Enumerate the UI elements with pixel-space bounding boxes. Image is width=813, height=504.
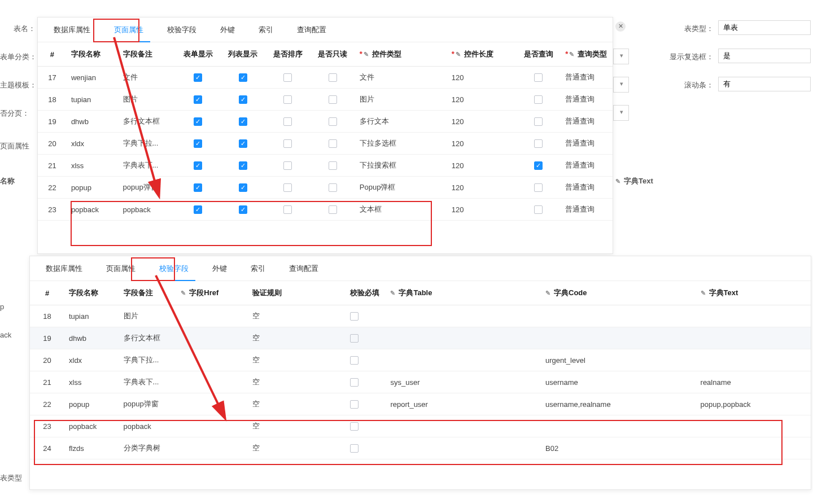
table-row[interactable]: 18tupian图片图片120普通查询	[38, 89, 613, 111]
tab2-index[interactable]: 索引	[244, 256, 272, 281]
cell-dict-table[interactable]	[386, 415, 541, 437]
checkbox-form-show[interactable]	[194, 205, 202, 214]
input-scrollbar[interactable]	[718, 77, 811, 91]
table-row[interactable]: 17wenjian文件文件120普通查询	[38, 67, 613, 89]
checkbox-sortable[interactable]	[283, 183, 292, 192]
cell-vrule[interactable]: 空	[248, 371, 346, 393]
tab2-query-config[interactable]: 查询配置	[282, 256, 325, 281]
table-row[interactable]: 19dhwb多行文本框多行文本120普通查询	[38, 111, 613, 133]
cell-vrule[interactable]: 空	[248, 327, 346, 349]
checkbox-required[interactable]	[350, 378, 359, 387]
checkbox-readonly[interactable]	[329, 95, 337, 104]
cell-query-type[interactable]: 普通查询	[561, 155, 613, 177]
checkbox-is-query[interactable]	[534, 73, 543, 82]
table-row[interactable]: 24flzds分类字典树空B02	[30, 437, 811, 459]
tab-fk[interactable]: 外键	[213, 17, 242, 42]
tab-validate[interactable]: 校验字段	[160, 17, 203, 42]
tab2-fk[interactable]: 外键	[206, 256, 234, 281]
cell-vrule[interactable]: 空	[248, 415, 346, 437]
cell-ctrl-type[interactable]: 下拉多选框	[355, 133, 447, 155]
checkbox-sortable[interactable]	[283, 161, 292, 170]
checkbox-is-query[interactable]	[534, 161, 543, 170]
cell-dict-text[interactable]	[696, 349, 811, 371]
close-icon[interactable]: ✕	[615, 21, 626, 32]
tab-index[interactable]: 索引	[252, 17, 280, 42]
checkbox-readonly[interactable]	[329, 183, 337, 192]
checkbox-list-show[interactable]	[239, 95, 247, 104]
checkbox-sortable[interactable]	[283, 205, 292, 214]
table-row[interactable]: 22popuppopup弹窗空report_userusername,realn…	[30, 393, 811, 415]
cell-ctrl-type[interactable]: 下拉搜索框	[355, 155, 447, 177]
checkbox-required[interactable]	[350, 422, 359, 431]
cell-href[interactable]	[176, 305, 248, 327]
checkbox-list-show[interactable]	[239, 161, 247, 170]
checkbox-required[interactable]	[350, 334, 359, 343]
checkbox-readonly[interactable]	[329, 161, 337, 170]
cell-ctrl-len[interactable]: 120	[447, 111, 516, 133]
table-row[interactable]: 23popbackpopback文本框120普通查询	[38, 199, 613, 221]
cell-ctrl-len[interactable]: 120	[447, 155, 516, 177]
select-form-category-edge[interactable]	[613, 49, 629, 64]
checkbox-readonly[interactable]	[329, 139, 337, 148]
cell-query-type[interactable]: 普通查询	[561, 111, 613, 133]
checkbox-readonly[interactable]	[329, 205, 337, 214]
checkbox-form-show[interactable]	[194, 139, 202, 148]
checkbox-is-query[interactable]	[534, 117, 543, 126]
checkbox-form-show[interactable]	[194, 183, 202, 192]
cell-dict-code[interactable]: username,realname	[541, 393, 696, 415]
cell-dict-text[interactable]: popup,popback	[696, 393, 811, 415]
cell-dict-text[interactable]: realname	[696, 371, 811, 393]
checkbox-form-show[interactable]	[194, 117, 202, 126]
cell-href[interactable]	[176, 437, 248, 459]
checkbox-is-query[interactable]	[534, 183, 543, 192]
checkbox-readonly[interactable]	[329, 73, 337, 82]
cell-query-type[interactable]: 普通查询	[561, 133, 613, 155]
cell-dict-text[interactable]	[696, 305, 811, 327]
cell-vrule[interactable]: 空	[248, 393, 346, 415]
table-row[interactable]: 23popbackpopback空	[30, 415, 811, 437]
checkbox-is-query[interactable]	[534, 139, 543, 148]
cell-vrule[interactable]: 空	[248, 437, 346, 459]
checkbox-is-query[interactable]	[534, 205, 543, 214]
table-row[interactable]: 19dhwb多行文本框空	[30, 327, 811, 349]
checkbox-form-show[interactable]	[194, 95, 202, 104]
cell-href[interactable]	[176, 371, 248, 393]
checkbox-sortable[interactable]	[283, 139, 292, 148]
cell-vrule[interactable]: 空	[248, 349, 346, 371]
cell-href[interactable]	[176, 327, 248, 349]
checkbox-sortable[interactable]	[283, 73, 292, 82]
input-table-type[interactable]	[718, 20, 811, 35]
checkbox-required[interactable]	[350, 400, 359, 409]
table-row[interactable]: 21xlss字典表下...空sys_userusernamerealname	[30, 371, 811, 393]
cell-ctrl-type[interactable]: 图片	[355, 89, 447, 111]
cell-ctrl-len[interactable]: 120	[447, 199, 516, 221]
cell-query-type[interactable]: 普通查询	[561, 89, 613, 111]
cell-dict-table[interactable]	[386, 437, 541, 459]
cell-query-type[interactable]: 普通查询	[561, 67, 613, 89]
checkbox-readonly[interactable]	[329, 117, 337, 126]
cell-dict-text[interactable]	[696, 415, 811, 437]
table-row[interactable]: 20xldx字典下拉...空urgent_level	[30, 349, 811, 371]
tab2-validate[interactable]: 校验字段	[152, 256, 195, 281]
checkbox-required[interactable]	[350, 444, 359, 453]
tab-query-config[interactable]: 查询配置	[290, 17, 333, 42]
cell-dict-text[interactable]	[696, 327, 811, 349]
table-row[interactable]: 21xlss字典表下...下拉搜索框120普通查询	[38, 155, 613, 177]
checkbox-is-query[interactable]	[534, 95, 543, 104]
cell-dict-table[interactable]	[386, 305, 541, 327]
checkbox-required[interactable]	[350, 356, 359, 365]
tab2-db-attr[interactable]: 数据库属性	[39, 256, 89, 281]
cell-dict-code[interactable]	[541, 305, 696, 327]
table-row[interactable]: 20xldx字典下拉...下拉多选框120普通查询	[38, 133, 613, 155]
cell-query-type[interactable]: 普通查询	[561, 177, 613, 199]
cell-ctrl-len[interactable]: 120	[447, 177, 516, 199]
select-paging-edge[interactable]	[613, 105, 629, 121]
checkbox-sortable[interactable]	[283, 117, 292, 126]
tab-db-attr[interactable]: 数据库属性	[47, 17, 97, 42]
cell-ctrl-type[interactable]: Popup弹框	[355, 177, 447, 199]
cell-dict-code[interactable]	[541, 415, 696, 437]
cell-dict-table[interactable]	[386, 349, 541, 371]
checkbox-list-show[interactable]	[239, 73, 247, 82]
tab2-page-attr[interactable]: 页面属性	[99, 256, 142, 281]
cell-ctrl-type[interactable]: 多行文本	[355, 111, 447, 133]
